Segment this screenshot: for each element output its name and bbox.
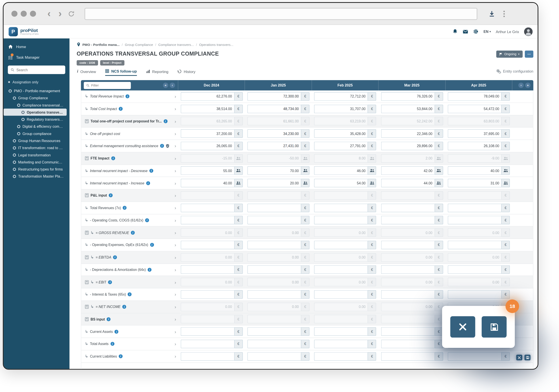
sidebar-tree-item[interactable]: PMO - Portfolio management [4, 87, 67, 94]
expand-row-chevron[interactable]: › [175, 168, 176, 173]
breadcrumb-item[interactable]: Operations transvers... [199, 43, 233, 46]
assignation-only-toggle[interactable]: Assignation only [4, 78, 70, 87]
value-input[interactable] [381, 142, 434, 150]
info-icon[interactable]: i [122, 305, 126, 309]
value-input[interactable] [381, 179, 434, 187]
value-input[interactable] [448, 204, 501, 212]
browser-back-icon[interactable]: ‹ [46, 9, 52, 18]
value-input[interactable] [448, 179, 501, 187]
value-input[interactable] [247, 166, 301, 175]
sidebar-tree-item[interactable]: Regulatory transversal ... [4, 116, 67, 123]
value-input[interactable] [247, 265, 301, 274]
value-input[interactable] [181, 327, 234, 336]
browser-address-bar[interactable] [84, 8, 477, 20]
info-icon[interactable]: i [119, 354, 122, 358]
expand-row-chevron[interactable]: › [175, 267, 176, 272]
expand-row-chevron[interactable]: › [175, 217, 176, 223]
value-input[interactable] [247, 105, 301, 113]
value-input[interactable] [247, 327, 301, 336]
info-icon[interactable]: i [119, 107, 123, 111]
info-icon[interactable]: i [131, 231, 135, 234]
sidebar-tree-item[interactable]: Group Human Ressources [4, 137, 67, 144]
sidebar-tree-item[interactable]: Compliance transversal pr... [4, 101, 67, 108]
value-input[interactable] [448, 216, 501, 224]
value-input[interactable] [181, 204, 234, 212]
info-icon[interactable]: i [128, 293, 132, 296]
expand-row-chevron[interactable]: › [175, 304, 176, 310]
info-icon[interactable]: i [160, 144, 164, 148]
value-input[interactable] [314, 241, 368, 249]
language-selector[interactable]: EN ▾ [484, 30, 491, 34]
info-icon[interactable]: i [163, 119, 168, 123]
value-input[interactable] [314, 265, 368, 274]
expand-row-chevron[interactable]: › [175, 230, 176, 235]
sidebar-tree-item[interactable]: Marketing and Communicati... [4, 158, 67, 165]
page-prev-icon[interactable]: ‹ [170, 82, 175, 88]
value-input[interactable] [314, 327, 368, 336]
sidebar-tree-item[interactable]: Restructuring types for firms [4, 166, 67, 173]
value-input[interactable] [181, 105, 234, 113]
table-filter[interactable] [84, 82, 131, 89]
breadcrumb-item[interactable]: PMO - Portfolio mana... [82, 43, 120, 46]
sidebar-tree-item[interactable]: Transformation Master Plan -... [4, 173, 67, 180]
page-last-icon[interactable]: » [525, 82, 531, 88]
value-input[interactable] [314, 352, 368, 361]
info-icon[interactable]: i [111, 156, 115, 160]
value-input[interactable] [247, 241, 301, 249]
expand-row-chevron[interactable]: › [175, 106, 176, 111]
page-first-icon[interactable]: « [163, 82, 168, 88]
value-input[interactable] [314, 166, 368, 175]
expand-row-chevron[interactable]: › [175, 131, 176, 136]
value-input[interactable] [314, 142, 368, 150]
info-icon[interactable]: i [145, 218, 149, 222]
value-input[interactable] [448, 265, 501, 274]
cancel-button-small[interactable] [516, 355, 522, 360]
expand-row-chevron[interactable]: › [175, 156, 176, 161]
expand-row-chevron[interactable]: › [175, 292, 176, 297]
settings-gear-icon[interactable] [473, 29, 478, 34]
value-input[interactable] [381, 216, 434, 224]
info-icon[interactable]: i [108, 280, 112, 284]
value-input[interactable] [381, 105, 434, 113]
value-input[interactable] [381, 166, 434, 175]
expand-row-chevron[interactable]: › [175, 94, 176, 99]
avatar[interactable] [524, 27, 533, 36]
breadcrumb-item[interactable]: Compliance transvers... [158, 43, 194, 46]
value-input[interactable] [314, 105, 368, 113]
value-input[interactable] [314, 204, 368, 212]
tab-history[interactable]: History [178, 69, 196, 75]
expand-row-chevron[interactable]: › [175, 329, 176, 334]
browser-reload-icon[interactable] [68, 11, 75, 17]
download-icon[interactable] [489, 11, 495, 17]
info-icon[interactable]: i [125, 94, 130, 98]
value-input[interactable] [314, 129, 368, 138]
value-input[interactable] [314, 179, 368, 187]
sidebar-tree-item[interactable]: Group Compliance [4, 94, 67, 101]
value-input[interactable] [381, 204, 434, 212]
sidebar-tree-item[interactable]: Digital & efficiency compli... [4, 123, 67, 130]
breadcrumb-item[interactable]: Group Compliance [125, 43, 153, 46]
value-input[interactable] [381, 241, 434, 249]
value-input[interactable] [181, 92, 234, 101]
value-input[interactable] [381, 265, 434, 274]
info-icon[interactable]: i [149, 169, 153, 173]
value-input[interactable] [448, 352, 501, 361]
info-icon[interactable]: i [148, 268, 151, 272]
sidebar-item-home[interactable]: Home [4, 41, 70, 52]
save-button-small[interactable] [524, 355, 530, 360]
value-input[interactable] [381, 327, 434, 336]
value-input[interactable] [247, 216, 301, 224]
value-input[interactable] [181, 129, 234, 138]
messages-envelope-icon[interactable] [463, 29, 468, 34]
value-input[interactable] [181, 241, 234, 249]
expand-row-chevron[interactable]: › [175, 118, 176, 124]
expand-row-chevron[interactable]: › [175, 242, 176, 248]
value-input[interactable] [448, 105, 501, 113]
value-input[interactable] [314, 216, 368, 224]
value-input[interactable] [247, 142, 301, 150]
expand-row-chevron[interactable]: › [175, 279, 176, 285]
value-input[interactable] [181, 216, 234, 224]
expand-row-chevron[interactable]: › [175, 193, 176, 198]
sidebar-search[interactable] [8, 65, 65, 74]
tab-reporting[interactable]: Reporting [146, 69, 168, 75]
